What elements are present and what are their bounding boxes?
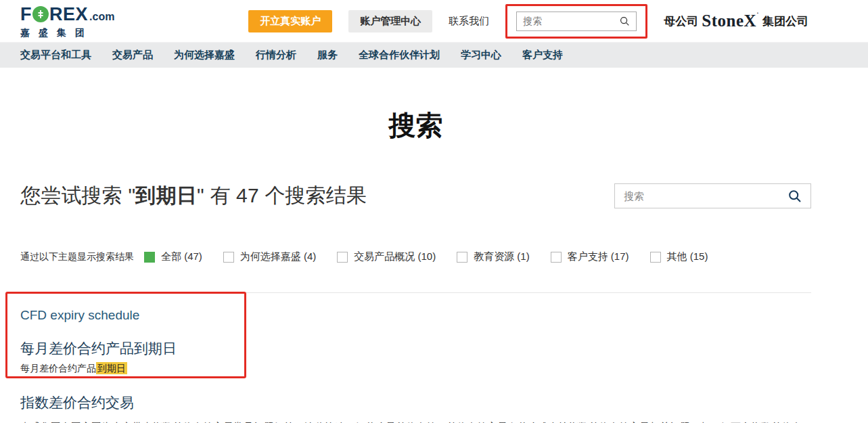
- filter-education[interactable]: 教育资源 (1): [457, 250, 530, 263]
- header-search-input[interactable]: [523, 16, 620, 26]
- nav-item-customer-support[interactable]: 客户支持: [522, 49, 563, 62]
- results-search-input[interactable]: [624, 190, 788, 202]
- logo-chinese-name: 嘉盛集团: [20, 28, 114, 37]
- nav-item-partner-program[interactable]: 全球合作伙伴计划: [359, 49, 440, 62]
- results-heading-prefix: 您尝试搜索 ": [20, 184, 135, 206]
- highlighted-term: 到期日: [96, 362, 127, 374]
- nav-item-services[interactable]: 服务: [317, 49, 338, 62]
- nav-item-trading-products[interactable]: 交易产品: [112, 49, 153, 62]
- filter-row: 通过以下主题显示搜索结果 全部 (47) 为何选择嘉盛 (4) 交易产品概况 (…: [20, 250, 811, 263]
- search-query-term: 到期日: [135, 184, 197, 206]
- logo-o-icon: [32, 6, 49, 22]
- logo-wordmark: F REX .com: [20, 5, 114, 24]
- nav-item-trading-platforms[interactable]: 交易平台和工具: [20, 49, 91, 62]
- open-live-account-button[interactable]: 开立真实账户: [248, 10, 332, 32]
- result-title-link[interactable]: 指数差价合约交易: [20, 393, 134, 412]
- parent-company-label: 母公司 StoneX˙ 集团公司: [664, 12, 808, 30]
- search-result-item: 指数差价合约交易 嘉盛集团中国官网为大家带来指数差价合约交易常见问题解答，让你快…: [20, 393, 811, 423]
- results-heading-suffix: " 有 47 个搜索结果: [197, 184, 367, 206]
- checkbox-unchecked-icon[interactable]: [337, 252, 348, 263]
- nav-item-market-analysis[interactable]: 行情分析: [256, 49, 296, 62]
- search-icon[interactable]: [788, 190, 802, 203]
- filter-all[interactable]: 全部 (47): [144, 250, 202, 263]
- stonex-trademark: ˙: [756, 12, 759, 19]
- stonex-brand: StoneX˙: [702, 12, 759, 30]
- nav-item-learning-center[interactable]: 学习中心: [461, 49, 501, 62]
- main-content: 搜索 您尝试搜索 "到期日" 有 47 个搜索结果 通过以下主题显示搜索结果 全…: [20, 107, 811, 423]
- checkbox-unchecked-icon[interactable]: [551, 252, 562, 263]
- search-result-item: CFD expiry schedule 每月差价合约产品到期日 每月差价合约产品…: [20, 293, 811, 375]
- checkbox-unchecked-icon[interactable]: [457, 252, 467, 263]
- filter-product-overview[interactable]: 交易产品概况 (10): [337, 250, 436, 263]
- header: F REX .com 嘉盛集团 开立真实账户 账户管理中心 联系我们: [0, 0, 868, 42]
- logo-text-f: F: [20, 5, 32, 24]
- filter-other[interactable]: 其他 (15): [650, 250, 708, 263]
- filter-support[interactable]: 客户支持 (17): [551, 250, 629, 263]
- account-center-button[interactable]: 账户管理中心: [348, 10, 432, 32]
- contact-us-link[interactable]: 联系我们: [449, 15, 489, 28]
- parent-company-prefix: 母公司: [664, 14, 698, 29]
- results-summary-row: 您尝试搜索 "到期日" 有 47 个搜索结果: [20, 182, 811, 210]
- results-search-box: [614, 183, 811, 208]
- filter-why-forex[interactable]: 为何选择嘉盛 (4): [223, 250, 317, 263]
- header-search-box: [516, 12, 637, 31]
- result-category-link[interactable]: CFD expiry schedule: [20, 308, 139, 323]
- main-nav: 交易平台和工具 交易产品 为何选择嘉盛 行情分析 服务 全球合作伙伴计划 学习中…: [0, 42, 868, 68]
- filter-options: 全部 (47) 为何选择嘉盛 (4) 交易产品概况 (10) 教育资源 (1) …: [144, 250, 708, 263]
- search-results-list: CFD expiry schedule 每月差价合约产品到期日 每月差价合约产品…: [20, 293, 811, 423]
- results-heading: 您尝试搜索 "到期日" 有 47 个搜索结果: [20, 182, 367, 210]
- checkbox-unchecked-icon[interactable]: [223, 252, 234, 263]
- parent-company-suffix: 集团公司: [762, 14, 808, 29]
- result-title-link[interactable]: 每月差价合约产品到期日: [20, 339, 177, 358]
- result-snippet: 每月差价合约产品到期日: [20, 363, 811, 375]
- filter-row-label: 通过以下主题显示搜索结果: [20, 251, 134, 263]
- nav-item-why-forex[interactable]: 为何选择嘉盛: [174, 49, 235, 62]
- header-actions: 开立真实账户 账户管理中心 联系我们 母公司 StoneX˙ 集团公司: [248, 4, 808, 39]
- logo-text-com: .com: [89, 12, 114, 24]
- checkbox-unchecked-icon[interactable]: [650, 252, 661, 263]
- forex-logo[interactable]: F REX .com 嘉盛集团: [20, 5, 114, 37]
- checkbox-checked-icon[interactable]: [144, 252, 155, 263]
- logo-text-rex: REX: [49, 5, 88, 24]
- annotation-box-header-search: [505, 4, 647, 39]
- result-description: 嘉盛集团中国官网为大家带来指数差价合约交易常见问题解答，让你快速了解什么是差价合…: [20, 418, 811, 423]
- search-icon[interactable]: [620, 16, 630, 26]
- page-title: 搜索: [20, 107, 811, 144]
